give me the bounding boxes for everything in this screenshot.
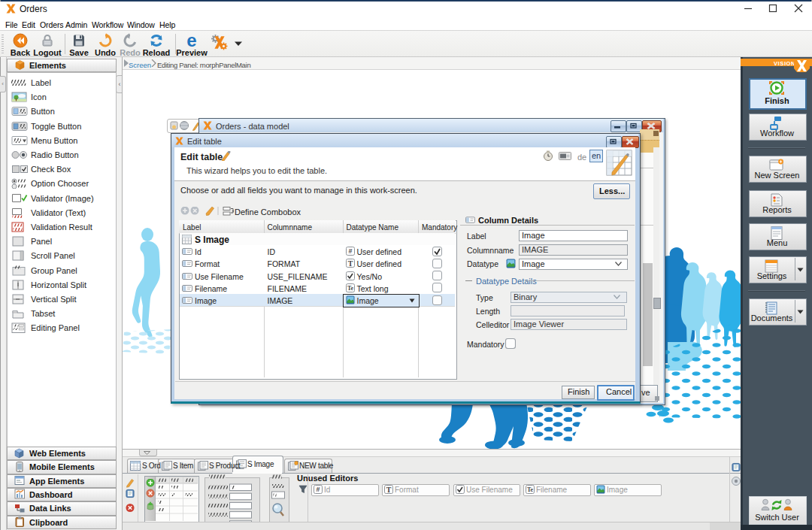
svg-text:T: T (347, 259, 353, 268)
svg-text:#: # (316, 486, 320, 493)
svg-text:Te: Te (527, 486, 534, 493)
svg-text:Te: Te (347, 285, 353, 292)
svg-text:T: T (386, 486, 392, 494)
svg-text:e: e (186, 33, 196, 48)
svg-text:#: # (348, 247, 352, 255)
